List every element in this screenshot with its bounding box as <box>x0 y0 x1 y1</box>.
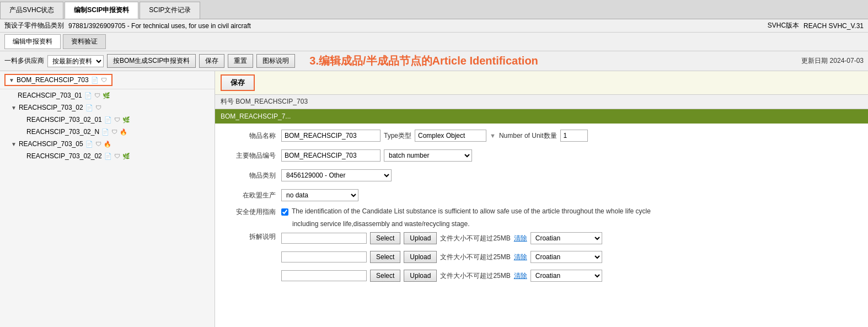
main-code-label: 主要物品编号 <box>221 151 281 160</box>
category-select[interactable]: 8456129000 - Other <box>281 169 392 181</box>
safety-label: 安全使用指南 <box>221 207 281 217</box>
tree-node-703-02[interactable]: ▼ REACHSCIP_703_02 📄 🛡 <box>0 101 215 114</box>
unit-input[interactable] <box>560 130 588 142</box>
delete-link-3[interactable]: 清除 <box>514 271 527 281</box>
node-label: REACHSCIP_703_02_02 <box>26 152 102 160</box>
file-upload-row-2: Select Upload 文件大小不可超过25MB 清除 Croatian E… <box>281 251 602 263</box>
tree-node-703-02-01[interactable]: ▶ REACHSCIP_703_02_01 📄 🛡 🌿 <box>0 114 215 126</box>
node-doc-icon: 📄 <box>104 116 112 124</box>
delete-link-2[interactable]: 清除 <box>514 253 527 262</box>
node-label: REACHSCIP_703_02_01 <box>26 116 102 124</box>
upload-button-3[interactable]: Upload <box>404 270 437 282</box>
language-select-1[interactable]: Croatian English German <box>531 232 602 244</box>
safety-text1: The identification of the Candidate List… <box>292 207 651 215</box>
node-shield-icon: 🛡 <box>111 128 117 135</box>
product-name-label: 物品名称 <box>221 131 281 141</box>
file-input-2[interactable] <box>281 251 367 262</box>
node-label: REACHSCIP_703_05 <box>19 140 83 148</box>
safety-checkbox[interactable] <box>281 208 288 216</box>
root-doc-icon: 📄 <box>91 77 99 84</box>
node-label: REACHSCIP_703_01 <box>18 92 82 99</box>
type-label: Type类型 <box>384 131 411 141</box>
upload-button-2[interactable]: Upload <box>404 251 437 263</box>
language-select-2[interactable]: Croatian English German <box>531 251 602 263</box>
form-row-category: 物品类别 8456129000 - Other <box>221 168 862 183</box>
unit-label: Number of Unit数量 <box>499 131 557 141</box>
tab-edit-report[interactable]: 编辑申报资料 <box>4 34 61 49</box>
node-doc-icon: 📄 <box>85 104 93 111</box>
tree-root-label[interactable]: BOM_REACHSCIP_703 <box>17 76 89 84</box>
tree-node-703-02-N[interactable]: ▶ REACHSCIP_703_02_N 📄 🛡 🔥 <box>0 126 215 138</box>
delete-link-1[interactable]: 清除 <box>514 234 527 243</box>
root-shield-icon: 🛡 <box>101 77 107 83</box>
supplier-label: 一料多供应商 <box>4 56 44 66</box>
batch-select[interactable]: batch number <box>384 149 472 162</box>
node-doc-icon: 📄 <box>101 128 109 136</box>
node-label: REACHSCIP_703_02_N <box>26 128 99 136</box>
node-shield-icon: 🛡 <box>95 104 101 111</box>
category-label: 预设子零件物品类别 <box>4 21 64 30</box>
file-upload-row-3: Select Upload 文件大小不可超过25MB 清除 Croatian E… <box>281 270 602 282</box>
node-doc-icon: 📄 <box>85 141 93 148</box>
type-dropdown-arrow[interactable]: ▼ <box>490 132 496 139</box>
node-shield-icon: 🛡 <box>114 116 120 123</box>
product-name-input[interactable] <box>281 130 381 142</box>
root-arrow: ▼ <box>9 77 14 83</box>
page-title: 3.编辑成品/半成品节点的Article Identification <box>309 53 538 68</box>
node-expand-arrow[interactable]: ▼ <box>11 105 17 111</box>
article-list-header[interactable]: BOM_REACHSCIP_7... <box>215 109 868 124</box>
node-status-icon: 🌿 <box>122 153 130 160</box>
file-limit-text-1: 文件大小不可超过25MB <box>440 234 510 243</box>
tab-validate[interactable]: 资料验证 <box>63 34 106 49</box>
tab-scip-edit[interactable]: 编制SCIP申报资料 <box>65 2 138 19</box>
reset-button[interactable]: 重置 <box>228 54 253 68</box>
category-value: 97881/3926909705 - For technical uses, f… <box>68 22 251 30</box>
category-field-label: 物品类别 <box>221 171 281 180</box>
node-status-icon: 🌿 <box>103 92 110 99</box>
tree-node-703-01[interactable]: ▶ REACHSCIP_703_01 📄 🛡 🌿 <box>0 89 215 101</box>
node-doc-icon: 📄 <box>104 153 112 160</box>
upload-button-1[interactable]: Upload <box>404 232 437 244</box>
node-doc-icon: 📄 <box>84 92 92 99</box>
supplier-select[interactable]: 按最新的资料 <box>47 55 104 67</box>
file-upload-row-1: Select Upload 文件大小不可超过25MB 清除 Croatian E… <box>281 232 602 244</box>
bom-generate-button[interactable]: 按BOM生成SCIP申报资料 <box>107 54 196 68</box>
node-expand-arrow[interactable]: ▼ <box>11 141 17 147</box>
select-button-1[interactable]: Select <box>370 232 400 244</box>
type-input[interactable] <box>415 130 486 142</box>
eu-prod-label: 在欧盟生产 <box>221 191 281 200</box>
save-main-button[interactable]: 保存 <box>221 74 255 91</box>
safety-text2: including service life,disassembly and w… <box>292 220 470 228</box>
node-label: REACHSCIP_703_02 <box>19 104 83 111</box>
form-row-eu-prod: 在欧盟生产 no data <box>221 187 862 203</box>
tree-node-703-05[interactable]: ▼ REACHSCIP_703_05 📄 🛡 🔥 <box>0 138 215 150</box>
node-status-icon: 🔥 <box>120 128 127 136</box>
node-shield-icon: 🛡 <box>95 141 101 147</box>
svhc-version-label: SVHC版本 <box>768 21 799 30</box>
tab-scip-records[interactable]: SCIP文件记录 <box>140 2 200 19</box>
file-input-1[interactable] <box>281 233 367 244</box>
svhc-version-value: REACH SVHC_V.31 <box>803 22 864 30</box>
form-row-safety: 安全使用指南 The identification of the Candida… <box>221 207 862 228</box>
file-limit-text-2: 文件大小不可超过25MB <box>440 253 510 262</box>
form-area: 物品名称 Type类型 ▼ Number of Unit数量 主要物品编号 ba… <box>215 124 868 294</box>
node-status-icon: 🌿 <box>122 116 130 124</box>
node-shield-icon: 🛡 <box>114 153 120 159</box>
content-panel: 保存 料号 BOM_REACHSCIP_703 BOM_REACHSCIP_7.… <box>215 71 868 327</box>
file-limit-text-3: 文件大小不可超过25MB <box>440 271 510 281</box>
node-status-icon: 🔥 <box>104 141 111 148</box>
eu-prod-select[interactable]: no data <box>281 189 358 201</box>
tab-svhc-status[interactable]: 产品SVHC状态 <box>0 2 63 19</box>
tree-panel: ▼ BOM_REACHSCIP_703 📄 🛡 ▶ REACHSCIP_703_… <box>0 71 215 327</box>
node-shield-icon: 🛡 <box>94 92 100 99</box>
save-toolbar-button[interactable]: 保存 <box>199 54 224 68</box>
main-code-input[interactable] <box>281 149 381 162</box>
select-button-3[interactable]: Select <box>370 270 400 282</box>
legend-button[interactable]: 图标说明 <box>256 54 295 68</box>
select-button-2[interactable]: Select <box>370 251 400 263</box>
form-row-main-code: 主要物品编号 batch number <box>221 148 862 163</box>
language-select-3[interactable]: Croatian English German <box>531 270 602 282</box>
content-title-bar: 料号 BOM_REACHSCIP_703 <box>215 95 868 109</box>
file-input-3[interactable] <box>281 270 367 281</box>
tree-node-703-02-02[interactable]: ▶ REACHSCIP_703_02_02 📄 🛡 🌿 <box>0 150 215 162</box>
